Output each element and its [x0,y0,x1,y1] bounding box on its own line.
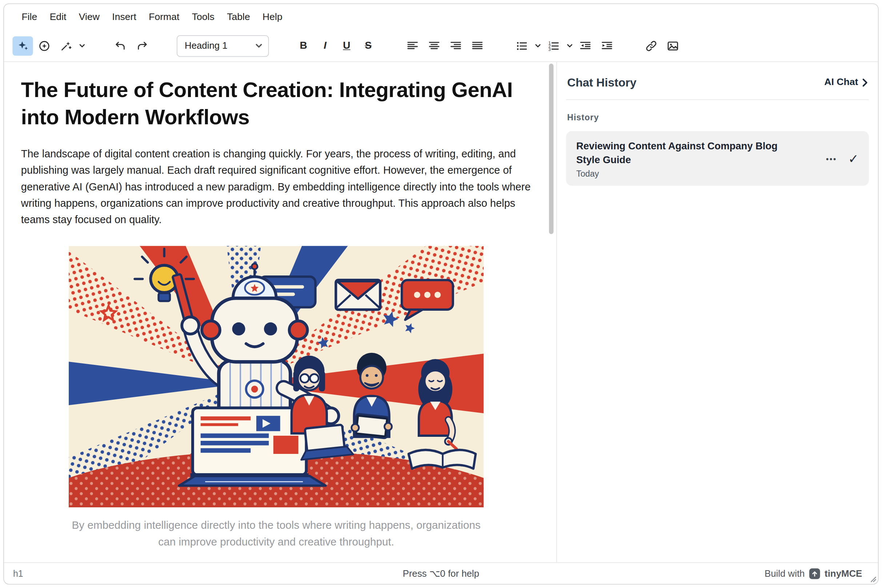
ai-rewrite-menu-chevron[interactable] [77,36,87,55]
chat-history-title: Chat History [567,76,637,89]
insert-group [641,36,684,55]
ai-tools-group [12,36,87,55]
toolbar: Heading 1 B I U S [4,30,878,62]
undo-button[interactable] [110,36,131,55]
screenshot-stage: File Edit View Insert Format Tools Table… [0,0,882,588]
help-shortcut-text: Press ⌥0 for help [4,568,878,579]
align-right-button[interactable] [446,36,466,55]
branding-link[interactable]: Build with tinyMCE [765,568,862,579]
menu-file[interactable]: File [15,8,43,26]
indent-button[interactable] [597,36,617,55]
chat-history-panel: Chat History AI Chat History Reviewing C… [556,62,878,562]
ai-chat-link[interactable]: AI Chat [824,76,868,88]
ai-shortcuts-button[interactable] [34,36,54,55]
chevron-right-icon [862,78,868,87]
align-justify-button[interactable] [467,36,488,55]
redo-icon [136,40,148,52]
svg-text:3: 3 [548,47,550,51]
align-center-icon [428,40,440,52]
ai-assistant-button[interactable] [12,36,33,55]
outdent-icon [579,40,592,52]
underline-icon: U [343,40,350,52]
magic-wand-icon [60,40,72,52]
format-select[interactable]: Heading 1 [177,35,269,56]
bold-button[interactable]: B [293,36,314,55]
numbered-list-button[interactable]: 1 2 3 [543,36,563,55]
history-item-text: Reviewing Content Against Company Blog S… [576,140,804,179]
menu-bar: File Edit View Insert Format Tools Table… [4,4,878,30]
numbered-list-icon: 1 2 3 [547,40,559,52]
menu-insert[interactable]: Insert [106,8,143,26]
undo-redo-group [110,36,153,55]
chevron-down-icon [255,42,263,50]
bold-icon: B [300,40,307,52]
document-paragraph[interactable]: The landscape of digital content creatio… [21,146,532,228]
align-center-button[interactable] [424,36,444,55]
tinymce-logo-icon [809,568,820,579]
underline-button[interactable]: U [336,36,357,55]
menu-format[interactable]: Format [143,8,186,26]
numbered-list-menu-chevron[interactable] [564,36,574,55]
document-image[interactable]: By embedding intelligence directly into … [69,246,484,550]
align-left-icon [406,40,419,52]
tinymce-editor-window: File Edit View Insert Format Tools Table… [3,3,878,584]
strikethrough-button[interactable]: S [358,36,379,55]
indent-icon [601,40,613,52]
resize-handle[interactable] [870,575,876,582]
history-item-date: Today [576,169,804,179]
image-icon [667,40,679,52]
link-icon [645,40,657,52]
branding-name: tinyMCE [825,568,862,579]
bullet-list-button[interactable] [512,36,532,55]
chevron-down-icon [78,42,85,49]
undo-icon [114,40,126,52]
image-button[interactable] [663,36,683,55]
menu-edit[interactable]: Edit [43,8,72,26]
sidebar-divider [566,100,869,100]
list-indent-group: 1 2 3 [511,36,618,55]
bullet-list-menu-chevron[interactable] [533,36,543,55]
editor-content[interactable]: The Future of Content Creation: Integrat… [4,62,547,562]
history-section-label: History [566,112,869,123]
chat-history-header: Chat History AI Chat [566,62,869,89]
scrollbar-thumb[interactable] [549,64,554,234]
sparkle-circle-icon [38,40,51,52]
sparkle-icon [17,40,29,52]
history-item[interactable]: Reviewing Content Against Company Blog S… [566,131,869,186]
ai-chat-label: AI Chat [824,76,858,88]
align-left-button[interactable] [403,36,423,55]
menu-help[interactable]: Help [256,8,288,26]
align-group [402,36,488,55]
align-justify-icon [471,40,484,52]
bullet-list-icon [515,40,528,52]
menu-table[interactable]: Table [221,8,256,26]
document-title[interactable]: The Future of Content Creation: Integrat… [21,76,521,131]
outdent-button[interactable] [575,36,595,55]
branding-prefix: Build with [765,568,805,579]
chevron-down-icon [535,42,541,49]
menu-view[interactable]: View [73,8,106,26]
main-area: The Future of Content Creation: Integrat… [4,62,878,562]
check-icon: ✓ [848,152,859,167]
genai-illustration [69,246,484,508]
align-right-icon [449,40,462,52]
strikethrough-icon: S [365,40,372,52]
format-group: Heading 1 [176,35,270,56]
history-item-actions: ••• ✓ [826,152,859,167]
more-options-icon[interactable]: ••• [826,154,837,164]
image-caption[interactable]: By embedding intelligence directly into … [69,518,484,550]
italic-button[interactable]: I [315,36,335,55]
redo-button[interactable] [132,36,152,55]
status-bar: h1 Press ⌥0 for help Build with tinyMCE [4,562,878,584]
history-item-title: Reviewing Content Against Company Blog S… [576,140,804,167]
editor-scrollbar[interactable] [547,62,556,562]
chevron-down-icon [566,42,572,49]
italic-icon: I [323,40,326,52]
link-button[interactable] [641,36,661,55]
text-style-group: B I U S [293,36,379,55]
format-select-value: Heading 1 [185,40,228,51]
ai-rewrite-button[interactable] [56,36,76,55]
menu-tools[interactable]: Tools [186,8,221,26]
